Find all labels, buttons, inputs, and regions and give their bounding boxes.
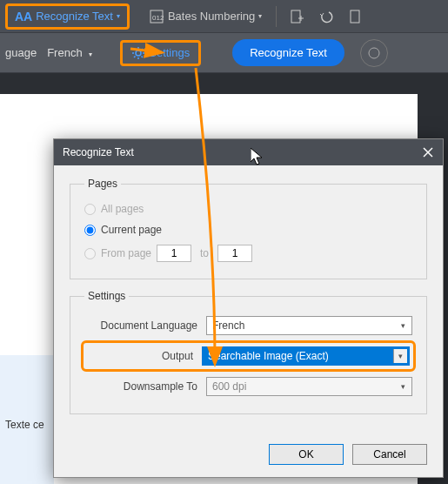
current-page-row[interactable]: Current page [84,219,412,240]
ok-button[interactable]: OK [269,444,344,465]
chevron-down-icon: ▾ [89,50,92,58]
output-select[interactable]: Searchable Image (Exact) ▾ [202,346,410,366]
document-sidebar-text: Texte ce [0,355,54,484]
chevron-down-icon: ▾ [258,12,262,20]
toolbar-separator [276,6,277,27]
recognize-text-menu-button[interactable]: AA Recognize Text ▾ [5,3,130,30]
svg-rect-5 [351,10,359,23]
svg-point-7 [369,48,379,58]
recognize-toolbar: guage French ▾ Settings Recognize Text [0,33,448,73]
settings-button[interactable]: Settings [120,40,201,66]
all-pages-radio[interactable] [84,204,96,215]
doc-language-row: Document Language French ▾ [84,311,412,340]
all-pages-label: All pages [101,203,144,215]
current-page-radio[interactable] [84,225,96,236]
all-pages-row[interactable]: All pages [84,198,412,219]
downsample-row: Downsample To 600 dpi ▾ [84,372,412,401]
downsample-value: 600 dpi [212,380,246,393]
bates-numbering-button[interactable]: 012 Bates Numbering ▾ [142,5,269,28]
close-panel-button[interactable] [360,39,388,67]
dialog-close-button[interactable] [418,143,438,162]
dialog-button-row: OK Cancel [54,435,443,474]
svg-rect-2 [291,10,300,23]
close-icon [423,147,433,158]
settings-legend: Settings [84,290,129,302]
settings-button-label: Settings [149,46,190,59]
svg-text:012: 012 [152,14,164,22]
from-page-input[interactable] [157,245,191,262]
output-value: Searchable Image (Exact) [208,350,329,362]
svg-point-6 [136,50,141,56]
doc-language-value: French [212,319,244,332]
recognize-text-icon: AA [15,10,32,24]
from-page-radio[interactable] [84,248,96,259]
to-label: to [200,247,209,259]
doc-language-select[interactable]: French ▾ [206,316,412,335]
language-select-value: French [47,46,82,59]
bates-numbering-label: Bates Numbering [168,10,255,23]
gear-icon [131,46,145,60]
dialog-title-text: Recognize Text [63,146,134,158]
cancel-button[interactable]: Cancel [352,444,427,465]
page-icon-button[interactable] [344,4,368,29]
dialog-body: Pages All pages Current page From page t… [54,165,443,435]
language-select[interactable]: French ▾ [43,43,96,63]
downsample-label: Downsample To [84,380,206,393]
pages-legend: Pages [84,178,121,190]
recognize-text-button-label: Recognize Text [250,46,327,59]
chevron-down-icon: ▾ [396,380,410,393]
to-page-input[interactable] [217,245,252,262]
from-page-label: From page [101,247,151,259]
chevron-down-icon: ▾ [393,349,407,363]
output-label: Output [87,350,202,362]
output-highlight: Output Searchable Image (Exact) ▾ [81,340,416,372]
from-page-row[interactable]: From page to [84,240,412,266]
dialog-titlebar[interactable]: Recognize Text [54,139,443,165]
top-toolbar: AA Recognize Text ▾ 012 Bates Numbering … [0,0,448,33]
language-label: guage [5,46,37,59]
doc-language-label: Document Language [84,319,206,332]
recognize-text-button[interactable]: Recognize Text [232,39,344,66]
recognize-text-dialog: Recognize Text Pages All pages Current p… [53,138,444,478]
chevron-down-icon: ▾ [396,319,410,333]
chevron-down-icon: ▾ [117,12,120,20]
current-page-label: Current page [101,224,162,236]
downsample-select[interactable]: 600 dpi ▾ [206,377,412,396]
bates-icon: 012 [149,9,164,24]
add-page-button[interactable] [284,4,309,29]
pages-fieldset: Pages All pages Current page From page t… [70,178,427,279]
recognize-text-menu-label: Recognize Text [36,10,113,23]
undo-button[interactable] [314,4,338,29]
settings-fieldset: Settings Document Language French ▾ Outp… [70,290,427,414]
